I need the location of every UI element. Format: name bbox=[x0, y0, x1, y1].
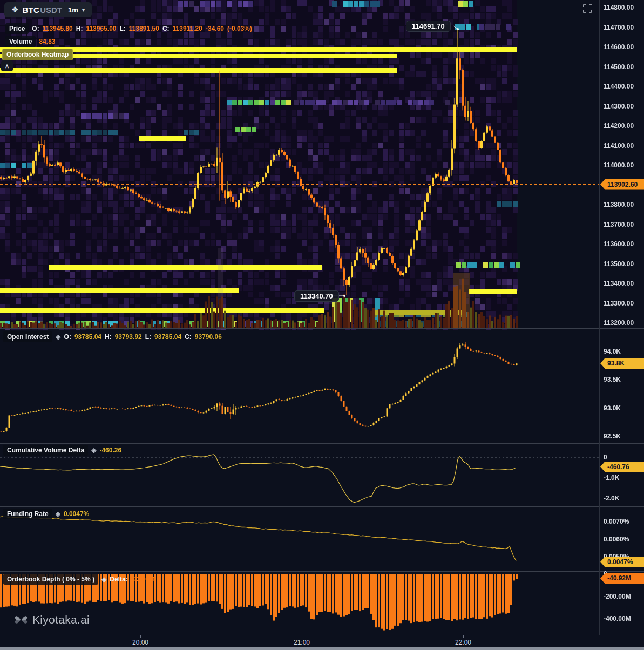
orderbook_depth-axis-tick: -400.00M bbox=[604, 615, 631, 622]
cvd-value: -460.26 bbox=[99, 446, 121, 454]
chevron-up-icon: ∧ bbox=[5, 63, 9, 70]
cvd-axis-tick: -1.0K bbox=[604, 474, 619, 482]
price-annotation: 114691.70 bbox=[406, 21, 451, 32]
volume-legend: Volume 84.83 bbox=[5, 36, 55, 47]
time-tick-mark bbox=[302, 635, 302, 638]
brand-watermark: Kiyotaka.ai bbox=[14, 613, 90, 626]
price-label: Price bbox=[5, 23, 29, 34]
depth-delta-label: Delta: bbox=[110, 575, 127, 583]
price-axis-tick: 114400.00 bbox=[604, 83, 634, 90]
swap-icon[interactable]: ◈ bbox=[56, 510, 60, 518]
panel-divider[interactable] bbox=[0, 506, 644, 507]
panel-divider[interactable] bbox=[0, 443, 644, 444]
open-label: O: bbox=[32, 25, 39, 32]
panel-divider[interactable] bbox=[0, 328, 644, 329]
price-axis-tick: 114500.00 bbox=[604, 63, 634, 71]
price-axis-tick: 113700.00 bbox=[604, 221, 634, 228]
price-legend: Price O: 113945.80 H: 113965.00 L: 11389… bbox=[5, 23, 252, 34]
volume-value: 84.83 bbox=[39, 38, 55, 45]
close-label: C: bbox=[162, 25, 170, 32]
butterfly-logo-icon bbox=[14, 614, 28, 626]
symbol-quote: USDT bbox=[40, 5, 62, 15]
funding-header: Funding Rate ◈ 0.0047% bbox=[3, 509, 89, 519]
brand-name: Kiyotaka.ai bbox=[32, 613, 90, 626]
collapse-panel-button[interactable]: ∧ bbox=[1, 60, 13, 71]
oi-low-value: 93785.04 bbox=[154, 333, 181, 341]
price-axis-tick: 114300.00 bbox=[604, 103, 634, 110]
time-tick-label: 20:00 bbox=[132, 639, 148, 646]
depth-header: Orderbook Depth ( 0% - 5% ) ◈ Delta: -32… bbox=[3, 574, 155, 585]
orderbook_depth-last-value-badge: -40.92M bbox=[600, 573, 644, 584]
funding-value: 0.0047% bbox=[64, 510, 89, 518]
fullscreen-button[interactable] bbox=[583, 4, 592, 15]
depth-title: Orderbook Depth ( 0% - 5% ) bbox=[3, 574, 98, 585]
price-axis-tick: 114000.00 bbox=[604, 161, 634, 169]
exchange-logo-icon: ❖ bbox=[11, 5, 18, 15]
open_interest-axis-tick: 93.5K bbox=[604, 376, 621, 383]
open_interest-axis-tick: 94.0K bbox=[604, 348, 621, 355]
price-axis-tick: 113300.00 bbox=[604, 300, 634, 307]
time-axis[interactable]: 20:0021:0022:00 bbox=[0, 635, 644, 648]
open_interest-axis-tick: 93.0K bbox=[604, 404, 621, 412]
horizontal-scrollbar[interactable] bbox=[0, 647, 644, 650]
time-tick-label: 22:00 bbox=[455, 639, 471, 646]
funding-axis-tick: 0.0060% bbox=[604, 536, 629, 543]
low-label: L: bbox=[120, 25, 126, 32]
change-pct-value: (-0.03%) bbox=[227, 25, 252, 32]
open_interest-last-value-badge: 93.8K bbox=[600, 358, 644, 369]
price-axis-tick: 113200.00 bbox=[604, 319, 634, 327]
price-axis-tick: 114700.00 bbox=[604, 24, 634, 31]
panel-divider[interactable] bbox=[0, 571, 644, 572]
swap-icon[interactable]: ◈ bbox=[101, 575, 106, 583]
price-axis-divider bbox=[599, 0, 600, 650]
oi-low-label: L: bbox=[145, 333, 151, 341]
price-axis-tick: 113400.00 bbox=[604, 280, 634, 287]
high-value: 113965.00 bbox=[86, 25, 116, 32]
swap-icon[interactable]: ◈ bbox=[91, 446, 96, 454]
low-value: 113891.50 bbox=[129, 25, 159, 32]
close-value: 113911.20 bbox=[173, 25, 202, 32]
oi-high-value: 93793.92 bbox=[115, 333, 142, 341]
cvd-title: Cumulative Volume Delta bbox=[3, 445, 88, 456]
funding-last-value-badge: 0.0047% bbox=[600, 557, 644, 567]
open-interest-title: Open Interest bbox=[3, 331, 52, 342]
high-label: H: bbox=[76, 25, 83, 32]
interval-label: 1m bbox=[68, 6, 78, 14]
cvd-last-value-badge: -460.76 bbox=[600, 462, 644, 472]
price-axis-tick: 114100.00 bbox=[604, 142, 634, 150]
cvd-header: Cumulative Volume Delta ◈ -460.26 bbox=[3, 445, 121, 456]
open-interest-header: Open Interest ◈ O: 93785.04 H: 93793.92 … bbox=[3, 331, 222, 342]
open_interest-axis-tick: 92.5K bbox=[604, 432, 621, 440]
oi-high-label: H: bbox=[105, 333, 112, 341]
orderbook_depth-axis-tick: -200.00M bbox=[604, 593, 631, 600]
time-tick-mark bbox=[463, 635, 464, 638]
cvd-axis-tick: 0 bbox=[604, 453, 607, 461]
heatmap-legend: Orderbook Heatmap bbox=[2, 49, 73, 60]
chevron-down-icon: ▾ bbox=[82, 6, 85, 13]
price-axis-tick: 113600.00 bbox=[604, 240, 634, 248]
charts-canvas[interactable] bbox=[0, 0, 644, 650]
cvd-axis-tick: -2.0K bbox=[604, 495, 619, 502]
trading-terminal: ❖ BTC USDT 1m ▾ Price O: 113945.80 H: 11… bbox=[0, 0, 644, 650]
volume-label: Volume bbox=[5, 36, 36, 47]
symbol-selector[interactable]: ❖ BTC USDT 1m ▾ bbox=[4, 2, 92, 17]
time-tick-mark bbox=[140, 635, 141, 638]
price-axis-tick: 113500.00 bbox=[604, 260, 634, 268]
depth-delta-value: -32.05M bbox=[131, 575, 155, 583]
oi-close-value: 93790.06 bbox=[195, 333, 222, 341]
oi-close-label: C: bbox=[185, 333, 192, 341]
swap-icon[interactable]: ◈ bbox=[56, 333, 60, 341]
funding-title: Funding Rate bbox=[3, 509, 52, 519]
time-tick-label: 21:00 bbox=[294, 639, 310, 646]
price-axis-tick: 114200.00 bbox=[604, 122, 634, 130]
price-axis-tick: 113800.00 bbox=[604, 201, 634, 208]
orderbook-heatmap-label: Orderbook Heatmap bbox=[2, 49, 73, 60]
price-annotation: 113340.70 bbox=[294, 290, 339, 302]
price-axis-tick: 114600.00 bbox=[604, 43, 634, 51]
change-value: -34.60 bbox=[206, 25, 224, 32]
fullscreen-icon bbox=[583, 4, 592, 13]
funding-axis-tick: 0.0070% bbox=[604, 518, 629, 525]
oi-open-value: 93785.04 bbox=[74, 333, 101, 341]
symbol-base: BTC bbox=[22, 5, 39, 15]
open-value: 113945.80 bbox=[43, 25, 73, 32]
